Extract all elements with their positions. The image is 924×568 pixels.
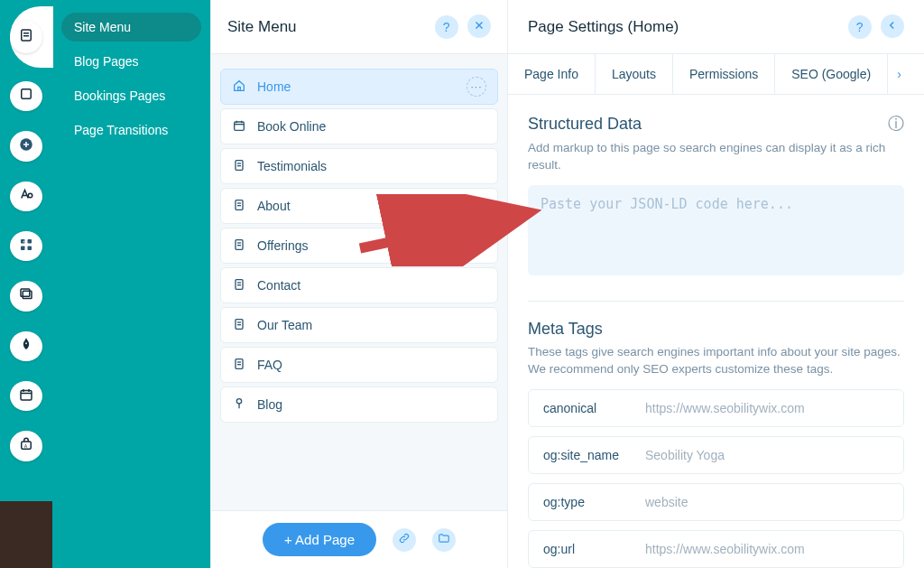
page-icon bbox=[232, 158, 246, 175]
svg-rect-3 bbox=[22, 89, 32, 99]
tool-blog[interactable] bbox=[10, 331, 42, 361]
page-row[interactable]: Contact bbox=[220, 267, 498, 303]
page-row[interactable]: FAQ bbox=[220, 347, 498, 383]
pages-icon bbox=[18, 27, 34, 47]
tab-page-info[interactable]: Page Info bbox=[508, 54, 596, 94]
close-icon bbox=[473, 19, 485, 34]
meta-tag-key: og:url bbox=[543, 542, 629, 556]
page-settings-panel: Page Settings (Home) ? Page Info Layouts… bbox=[508, 0, 924, 568]
tool-store[interactable]: A bbox=[10, 431, 42, 461]
page-row[interactable]: Book Online bbox=[220, 108, 498, 144]
svg-rect-11 bbox=[23, 291, 32, 298]
meta-tag-row[interactable]: og:site_nameSeobility Yoga bbox=[528, 436, 904, 474]
meta-tag-key: canonical bbox=[543, 401, 629, 415]
meta-tag-key: og:type bbox=[543, 495, 629, 509]
page-row[interactable]: Home··· bbox=[220, 69, 498, 105]
link-button[interactable] bbox=[393, 528, 416, 552]
page-row-label: About bbox=[257, 199, 291, 213]
meta-tag-value: Seobility Yoga bbox=[645, 448, 725, 462]
svg-text:A: A bbox=[24, 443, 28, 449]
sidebar-item-blog-pages[interactable]: Blog Pages bbox=[61, 47, 201, 76]
page-row[interactable]: Our Team bbox=[220, 307, 498, 343]
tab-layouts[interactable]: Layouts bbox=[596, 54, 673, 94]
page-row-label: Home bbox=[257, 79, 291, 94]
page-row-more-button[interactable]: ··· bbox=[467, 77, 486, 97]
tool-background[interactable] bbox=[10, 81, 42, 111]
settings-help-button[interactable]: ? bbox=[848, 15, 872, 39]
meta-tags-heading: Meta Tags bbox=[528, 320, 904, 339]
link-icon bbox=[398, 532, 411, 547]
jsonld-input[interactable] bbox=[528, 185, 904, 275]
page-row-label: FAQ bbox=[257, 358, 282, 372]
page-row-label: Offerings bbox=[257, 238, 309, 253]
plus-icon bbox=[18, 136, 34, 156]
meta-tag-row[interactable]: canonicalhttps://www.seobilitywix.com bbox=[528, 389, 904, 427]
tool-apps[interactable]: + bbox=[10, 231, 42, 261]
site-menu-header: Site Menu ? bbox=[211, 0, 507, 54]
help-button[interactable]: ? bbox=[435, 15, 458, 39]
tool-pages[interactable] bbox=[10, 21, 42, 53]
page-icon bbox=[232, 317, 246, 334]
page-row[interactable]: About bbox=[220, 188, 498, 224]
page-row-label: Contact bbox=[257, 278, 300, 293]
meta-tag-key: og:site_name bbox=[543, 448, 629, 462]
tab-permissions[interactable]: Permissions bbox=[673, 54, 775, 94]
site-menu-title: Site Menu bbox=[227, 18, 297, 36]
svg-rect-20 bbox=[235, 122, 245, 130]
svg-rect-8 bbox=[21, 246, 25, 250]
canvas-peek bbox=[0, 501, 52, 568]
structured-data-description: Add markup to this page so search engine… bbox=[528, 140, 904, 174]
page-icon bbox=[232, 237, 246, 255]
sidebar-item-bookings-pages[interactable]: Bookings Pages bbox=[61, 81, 201, 110]
meta-tags-description: These tags give search engines important… bbox=[528, 344, 904, 378]
page-row[interactable]: Offerings bbox=[220, 228, 498, 264]
page-icon bbox=[232, 357, 246, 374]
folder-icon bbox=[438, 532, 450, 547]
page-icon bbox=[232, 277, 246, 294]
square-icon bbox=[18, 86, 34, 106]
meta-tag-value: https://www.seobilitywix.com bbox=[645, 542, 805, 556]
svg-point-5 bbox=[28, 193, 32, 198]
store-icon: A bbox=[18, 436, 34, 456]
tool-bookings[interactable] bbox=[10, 381, 42, 411]
page-row[interactable]: Testimonials bbox=[220, 148, 498, 184]
meta-tag-row[interactable]: og:typewebsite bbox=[528, 483, 904, 521]
meta-tag-value: https://www.seobilitywix.com bbox=[645, 401, 805, 415]
typography-icon bbox=[18, 186, 34, 206]
svg-point-42 bbox=[236, 398, 241, 403]
tabs-scroll-right[interactable]: › bbox=[888, 54, 910, 94]
chevron-right-icon: › bbox=[897, 67, 901, 81]
meta-tag-value: website bbox=[645, 495, 688, 509]
page-row-label: Our Team bbox=[257, 318, 312, 332]
svg-rect-14 bbox=[21, 390, 32, 400]
page-row[interactable]: Blog bbox=[220, 386, 498, 423]
page-list: Home···Book OnlineTestimonialsAboutOffer… bbox=[211, 54, 507, 568]
tool-media[interactable] bbox=[10, 281, 42, 311]
sidebar-item-page-transitions[interactable]: Page Transitions bbox=[61, 116, 201, 144]
page-row-label: Book Online bbox=[257, 119, 326, 134]
settings-body: Structured Data ⓘ Add markup to this pag… bbox=[508, 95, 924, 568]
settings-back-button[interactable] bbox=[881, 14, 904, 38]
settings-tabs: Page Info Layouts Permissions SEO (Googl… bbox=[508, 54, 924, 95]
tool-add[interactable] bbox=[10, 131, 42, 161]
meta-tag-row[interactable]: og:urlhttps://www.seobilitywix.com bbox=[528, 530, 904, 568]
svg-rect-12 bbox=[21, 289, 30, 296]
home-icon bbox=[232, 79, 246, 96]
tab-seo[interactable]: SEO (Google) bbox=[775, 54, 888, 94]
svg-text:+: + bbox=[23, 238, 25, 243]
close-button[interactable] bbox=[467, 14, 491, 38]
sidebar-item-site-menu[interactable]: Site Menu bbox=[61, 13, 201, 42]
page-row-label: Blog bbox=[257, 397, 282, 412]
pages-category-sidebar: Site Menu Blog Pages Bookings Pages Page… bbox=[52, 0, 210, 568]
section-divider bbox=[528, 301, 904, 302]
tool-theme[interactable] bbox=[10, 182, 42, 211]
pen-icon bbox=[18, 336, 34, 356]
folder-button[interactable] bbox=[432, 528, 456, 552]
add-page-button[interactable]: + Add Page bbox=[263, 523, 376, 556]
blog-icon bbox=[232, 396, 246, 414]
info-icon[interactable]: ⓘ bbox=[888, 113, 904, 135]
chevron-left-icon bbox=[886, 19, 899, 34]
page-settings-header: Page Settings (Home) ? bbox=[508, 0, 924, 54]
calendar-icon bbox=[18, 386, 34, 406]
svg-rect-7 bbox=[28, 239, 32, 244]
